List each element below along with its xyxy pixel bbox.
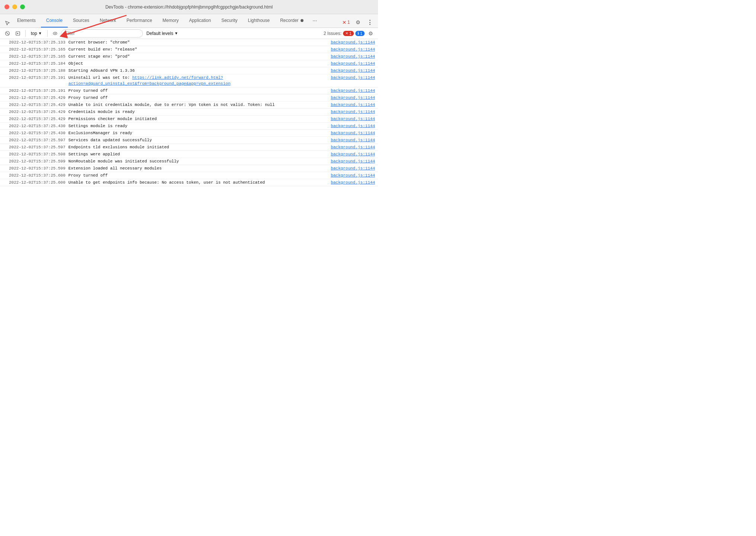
console-source-link[interactable]: background.js:1144	[331, 180, 375, 185]
console-row: 2022-12-02T15:37:25.597Endpoints tld exc…	[0, 144, 378, 151]
divider-1	[25, 30, 26, 37]
tab-recorder[interactable]: Recorder ⏺	[275, 14, 310, 28]
more-options-icon[interactable]: ⋮	[365, 17, 375, 28]
console-row: 2022-12-02T15:37:25.191Uninstall url was…	[0, 74, 378, 87]
console-row: 2022-12-02T15:37:25.599Extension loaded …	[0, 165, 378, 172]
svg-point-4	[54, 33, 55, 34]
svg-line-1	[6, 32, 9, 35]
issues-container: 2 Issues: ✕ 1 ℹ 1	[324, 31, 365, 36]
console-source-link[interactable]: background.js:1144	[331, 109, 375, 115]
console-row: 2022-12-02T15:37:25.597Services data upd…	[0, 137, 378, 144]
console-source-link[interactable]: background.js:1144	[331, 116, 375, 122]
tab-console[interactable]: Console	[41, 14, 68, 28]
maximize-button[interactable]	[20, 4, 25, 9]
tab-application[interactable]: Application	[184, 14, 216, 28]
console-row: 2022-12-02T15:37:25.429Unable to init cr…	[0, 101, 378, 109]
filter-input[interactable]	[61, 29, 143, 38]
console-row: 2022-12-02T15:37:25.600Unable to get end…	[0, 179, 378, 186]
console-row: 2022-12-02T15:37:25.165Current stage env…	[0, 53, 378, 60]
tab-security[interactable]: Security	[216, 14, 243, 28]
live-expressions-icon[interactable]	[51, 29, 60, 38]
console-source-link[interactable]: background.js:1144	[331, 172, 375, 178]
console-source-link[interactable]: background.js:1144	[331, 123, 375, 129]
console-row: 2022-12-02T15:37:25.165Current build env…	[0, 46, 378, 53]
console-row: 2022-12-02T15:37:25.184Objectbackground.…	[0, 60, 378, 67]
tab-elements[interactable]: Elements	[12, 14, 41, 28]
console-row: 2022-12-02T15:37:25.600Proxy turned offb…	[0, 172, 378, 179]
console-settings-icon[interactable]: ⚙	[366, 29, 375, 38]
console-source-link[interactable]: background.js:1144	[331, 88, 375, 94]
console-link[interactable]: https://link.adtidy.net/forward.html?act…	[68, 75, 231, 86]
window-title: DevTools - chrome-extension://hhdobjgopf…	[105, 4, 273, 10]
close-button[interactable]	[4, 4, 9, 9]
console-source-link[interactable]: background.js:1144	[331, 130, 375, 136]
console-row: 2022-12-02T15:37:25.598Settings were app…	[0, 151, 378, 158]
console-row: 2022-12-02T15:37:25.599NonRoutable modul…	[0, 158, 378, 165]
tab-sources[interactable]: Sources	[68, 14, 94, 28]
console-source-link[interactable]: background.js:1144	[331, 165, 375, 171]
console-source-link[interactable]: background.js:1144	[331, 144, 375, 150]
log-levels-button[interactable]: Default levels ▼	[144, 30, 180, 37]
clear-console-button[interactable]	[3, 29, 12, 38]
tab-icons-group: ✕ 1 ⚙ ⋮	[341, 17, 375, 28]
title-bar: DevTools - chrome-extension://hhdobjgopf…	[0, 0, 378, 14]
console-row: 2022-12-02T15:37:25.429Credentials modul…	[0, 109, 378, 116]
tab-lighthouse[interactable]: Lighthouse	[243, 14, 275, 28]
context-selector[interactable]: top ▼	[29, 30, 44, 37]
console-row: 2022-12-02T15:37:25.430Settings module i…	[0, 123, 378, 130]
error-badge[interactable]: ✕ 1	[341, 17, 351, 28]
issues-info-badge[interactable]: ℹ 1	[355, 31, 365, 36]
more-tabs-button[interactable]: ⋯	[310, 14, 320, 28]
tab-memory[interactable]: Memory	[157, 14, 184, 28]
top-level-icon[interactable]	[13, 29, 22, 38]
console-row: 2022-12-02T15:37:25.133Current browser: …	[0, 39, 378, 46]
console-source-link[interactable]: background.js:1144	[331, 95, 375, 101]
console-source-link[interactable]: background.js:1144	[331, 68, 375, 74]
issues-error-badge[interactable]: ✕ 1	[343, 31, 354, 36]
console-source-link[interactable]: background.js:1144	[331, 39, 375, 45]
console-source-link[interactable]: background.js:1144	[331, 54, 375, 59]
tab-network[interactable]: Network	[94, 14, 121, 28]
console-source-link[interactable]: background.js:1144	[331, 158, 375, 164]
inspect-icon[interactable]	[3, 19, 12, 28]
console-row: 2022-12-02T15:37:25.429Proxy turned offb…	[0, 94, 378, 101]
console-source-link[interactable]: background.js:1144	[331, 151, 375, 157]
console-source-link[interactable]: background.js:1144	[331, 61, 375, 67]
console-source-link[interactable]: background.js:1144	[331, 137, 375, 143]
traffic-lights	[4, 4, 25, 9]
tab-performance[interactable]: Performance	[121, 14, 157, 28]
console-source-link[interactable]: background.js:1144	[331, 75, 375, 81]
console-toolbar: top ▼ Default levels ▼ 2 Issues: ✕ 1 ℹ 1…	[0, 28, 378, 39]
console-area-wrapper: 2022-12-02T15:37:25.133Current browser: …	[0, 39, 378, 268]
tab-bar: Elements Console Sources Network Perform…	[0, 14, 378, 28]
console-source-link[interactable]: background.js:1144	[331, 46, 375, 52]
console-source-link[interactable]: background.js:1144	[331, 102, 375, 108]
console-row: 2022-12-02T15:37:25.188Starting AdGuard …	[0, 67, 378, 74]
settings-gear-icon[interactable]: ⚙	[353, 17, 363, 28]
console-row: 2022-12-02T15:37:25.429Permissions check…	[0, 116, 378, 123]
minimize-button[interactable]	[12, 4, 17, 9]
console-output: 2022-12-02T15:37:25.133Current browser: …	[0, 39, 378, 268]
console-row: 2022-12-02T15:37:25.430ExclusionsManager…	[0, 130, 378, 137]
console-row: 2022-12-02T15:37:25.191Proxy turned offb…	[0, 87, 378, 94]
divider-2	[47, 30, 48, 37]
